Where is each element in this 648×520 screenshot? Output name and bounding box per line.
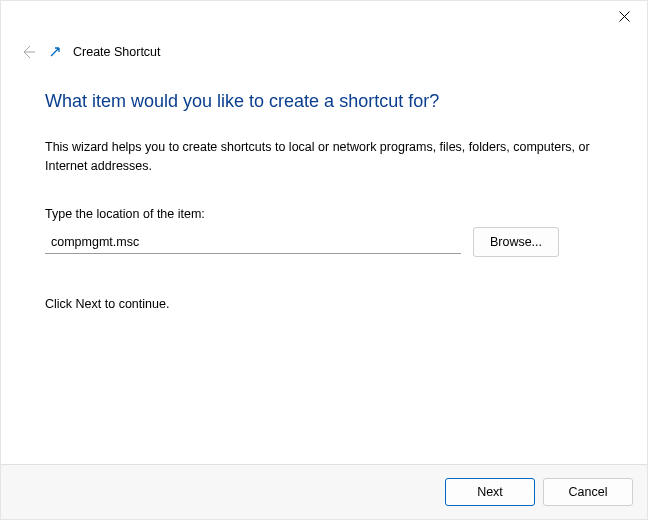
close-icon [619,11,630,22]
create-shortcut-wizard: Create Shortcut What item would you like… [0,0,648,520]
location-row: Browse... [45,227,603,257]
back-button[interactable] [17,41,39,63]
wizard-body: What item would you like to create a sho… [1,63,647,464]
close-button[interactable] [601,1,647,31]
header-row: Create Shortcut [1,37,647,63]
footer: Next Cancel [1,464,647,519]
continue-hint: Click Next to continue. [45,297,603,311]
browse-button[interactable]: Browse... [473,227,559,257]
page-description: This wizard helps you to create shortcut… [45,138,603,177]
back-arrow-icon [20,44,36,60]
location-input[interactable] [45,230,461,254]
page-heading: What item would you like to create a sho… [45,91,603,112]
titlebar [1,1,647,39]
cancel-button[interactable]: Cancel [543,478,633,506]
shortcut-icon [47,44,63,60]
next-button[interactable]: Next [445,478,535,506]
page-title: Create Shortcut [71,45,161,59]
location-label: Type the location of the item: [45,207,603,221]
